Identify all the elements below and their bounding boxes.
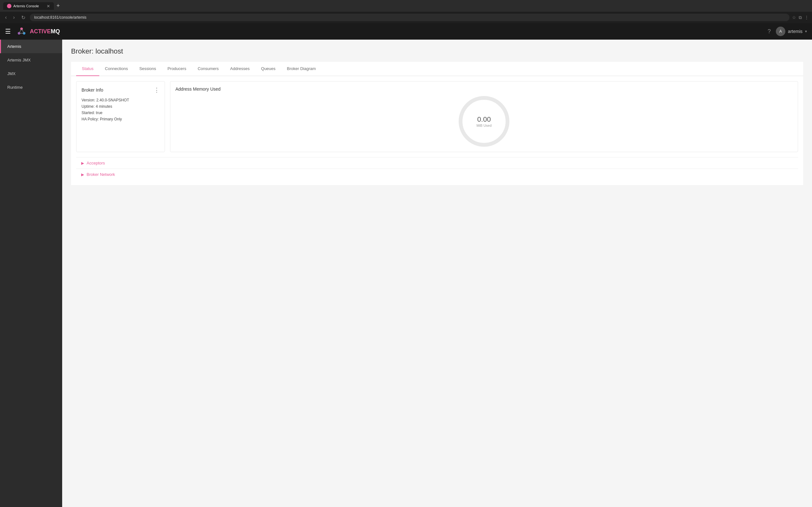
tab-connections[interactable]: Connections (99, 62, 134, 76)
tab-connections-label: Connections (105, 66, 128, 71)
sidebar-item-jmx-label: JMX (7, 71, 15, 76)
broker-network-row[interactable]: ▶ Broker Network (76, 169, 798, 180)
page: Broker: localhost Status Connections Ses… (62, 40, 812, 193)
new-tab-button[interactable]: + (55, 2, 62, 10)
broker-ha-policy: HA Policy: Primary Only (82, 117, 159, 121)
user-area[interactable]: A artemis ▾ (776, 26, 807, 36)
broker-network-label: Broker Network (87, 172, 115, 177)
broker-started: Started: true (82, 111, 159, 115)
tab-favicon (7, 4, 11, 8)
gauge-unit: MiB Used (476, 124, 492, 127)
tab-broker-diagram[interactable]: Broker Diagram (281, 62, 322, 76)
gauge-container: 0.00 MiB Used (175, 96, 793, 147)
tab-addresses[interactable]: Addresses (224, 62, 255, 76)
page-title: Broker: localhost (71, 47, 803, 55)
memory-gauge: 0.00 MiB Used (459, 96, 509, 147)
logo-text: ACTIVEMQ (30, 28, 60, 35)
broker-info-menu-button[interactable]: ⋮ (154, 87, 159, 94)
broker-info-card-header: Broker Info ⋮ (82, 87, 159, 94)
tab-sessions[interactable]: Sessions (134, 62, 162, 76)
acceptors-label: Acceptors (87, 161, 105, 165)
tab-producers-label: Producers (167, 66, 186, 71)
tab-queues[interactable]: Queues (255, 62, 281, 76)
extensions-icon[interactable]: ⧉ (799, 15, 802, 20)
tab-broker-diagram-label: Broker Diagram (287, 66, 316, 71)
acceptors-expand-icon: ▶ (81, 161, 84, 165)
topbar: ☰ ACTIVEMQ ? A artemis ▾ (0, 23, 812, 40)
tabs: Status Connections Sessions Producers Co (71, 62, 803, 76)
sidebar-item-artemis-jmx[interactable]: Artemis JMX (0, 53, 62, 67)
sidebar-item-runtime[interactable]: Runtime (0, 80, 62, 94)
user-avatar: A (776, 26, 785, 36)
gauge-value: 0.00 (477, 115, 491, 124)
settings-icon[interactable]: ⋮ (804, 15, 809, 20)
cards-row: Broker Info ⋮ Version: 2.40.0-SNAPSHOT U… (76, 81, 798, 152)
panel-content: Broker Info ⋮ Version: 2.40.0-SNAPSHOT U… (71, 76, 803, 185)
user-name: artemis (788, 29, 803, 34)
tab-sessions-label: Sessions (139, 66, 156, 71)
tab-addresses-label: Addresses (230, 66, 250, 71)
active-tab[interactable]: Artemis Console ✕ (3, 2, 54, 10)
nav-icons: ☆ ⧉ ⋮ (792, 15, 809, 20)
nav-forward-button[interactable]: › (11, 14, 16, 21)
logo-active-text: ACTIVE (30, 28, 51, 35)
nav-back-button[interactable]: ‹ (3, 14, 9, 21)
hamburger-menu-button[interactable]: ☰ (5, 27, 11, 35)
acceptors-row[interactable]: ▶ Acceptors (76, 157, 798, 169)
sidebar-item-artemis[interactable]: Artemis (0, 40, 62, 53)
broker-network-expand-icon: ▶ (81, 172, 84, 177)
help-button[interactable]: ? (768, 28, 771, 35)
activemq-logo-icon (16, 26, 27, 37)
broker-info-title: Broker Info (82, 88, 103, 93)
tab-status[interactable]: Status (76, 62, 99, 76)
sidebar: Artemis Artemis JMX JMX Runtime (0, 40, 62, 507)
address-bar[interactable] (30, 14, 790, 21)
broker-info-card: Broker Info ⋮ Version: 2.40.0-SNAPSHOT U… (76, 81, 165, 152)
tab-consumers[interactable]: Consumers (192, 62, 224, 76)
tab-producers[interactable]: Producers (162, 62, 192, 76)
browser-tabs: Artemis Console ✕ + (3, 2, 62, 10)
sidebar-item-runtime-label: Runtime (7, 85, 22, 90)
nav-refresh-button[interactable]: ↻ (19, 14, 27, 21)
main-layout: Artemis Artemis JMX JMX Runtime Broker: … (0, 40, 812, 507)
broker-uptime: Uptime: 4 minutes (82, 104, 159, 109)
logo: ACTIVEMQ (16, 26, 60, 37)
content-area: Broker: localhost Status Connections Ses… (62, 40, 812, 507)
tabs-container: Status Connections Sessions Producers Co (71, 62, 803, 76)
address-memory-title: Address Memory Used (175, 87, 220, 92)
tab-consumers-label: Consumers (198, 66, 218, 71)
tab-status-label: Status (82, 66, 94, 71)
sidebar-item-jmx[interactable]: JMX (0, 67, 62, 80)
tab-label: Artemis Console (13, 4, 39, 8)
sidebar-item-artemis-label: Artemis (7, 44, 21, 49)
tab-queues-label: Queues (261, 66, 275, 71)
tab-close-button[interactable]: ✕ (47, 4, 50, 8)
browser-nav: ‹ › ↻ ☆ ⧉ ⋮ (0, 12, 812, 23)
logo-mq-text: MQ (51, 28, 60, 35)
sidebar-item-artemis-jmx-label: Artemis JMX (7, 58, 31, 62)
broker-version: Version: 2.40.0-SNAPSHOT (82, 98, 159, 102)
app-container: ☰ ACTIVEMQ ? A artemis ▾ (0, 23, 812, 507)
address-memory-card: Address Memory Used 0.00 MiB Used (170, 81, 798, 152)
bookmark-icon[interactable]: ☆ (792, 15, 796, 20)
user-initials: A (779, 29, 782, 34)
address-memory-card-header: Address Memory Used (175, 87, 793, 92)
browser-chrome: Artemis Console ✕ + (0, 0, 812, 12)
user-dropdown-arrow: ▾ (805, 29, 807, 34)
